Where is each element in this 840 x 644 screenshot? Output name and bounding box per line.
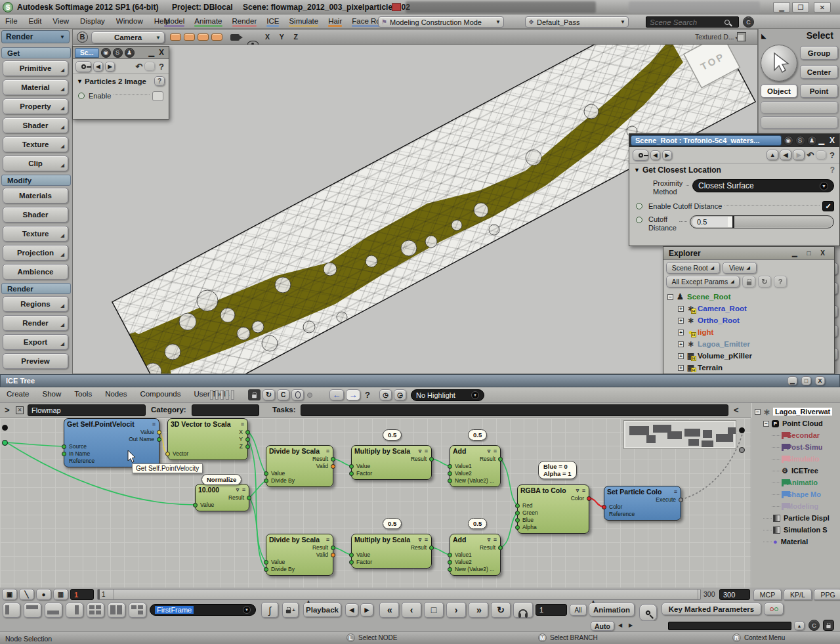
port-dot[interactable] xyxy=(448,567,452,572)
layout-preset-button[interactable] xyxy=(3,603,20,618)
playback-menu-button[interactable]: Playback xyxy=(303,603,341,617)
playhead[interactable] xyxy=(98,590,100,599)
port-dot[interactable] xyxy=(349,471,354,476)
ice-wire[interactable] xyxy=(333,547,351,555)
empty-button[interactable] xyxy=(761,116,838,129)
help-icon[interactable]: ? xyxy=(774,276,787,288)
maximize-view-icon[interactable] xyxy=(737,32,746,41)
layout-preset-button[interactable] xyxy=(87,603,104,618)
auto-key-button[interactable]: Auto xyxy=(591,621,614,631)
next-key-icon[interactable]: ▶ xyxy=(629,622,633,628)
ice-menu-compounds[interactable]: Compounds xyxy=(140,387,180,400)
port-dot[interactable] xyxy=(515,518,520,523)
graph-port-dot[interactable] xyxy=(2,440,8,446)
enable-checkbox[interactable] xyxy=(152,91,163,101)
port-dot[interactable] xyxy=(498,546,503,550)
menu-item-edit[interactable]: Edit xyxy=(29,14,42,27)
ice-tree-item-simulation-s[interactable]: Simulation S xyxy=(755,524,840,536)
node-menu-icon[interactable]: ▿ ≡ xyxy=(236,486,246,493)
tasks-field[interactable] xyxy=(301,404,728,416)
lock-plus-icon[interactable]: + xyxy=(282,602,299,618)
node-port[interactable]: Blue xyxy=(518,517,589,524)
tree-expander-icon[interactable]: + xyxy=(678,341,684,347)
port-dot[interactable] xyxy=(587,496,591,501)
graph-port-dot[interactable] xyxy=(739,427,745,433)
softimage-icon[interactable]: S xyxy=(113,48,123,58)
mouse-icon[interactable] xyxy=(291,389,304,400)
up-level-button[interactable]: ▲ xyxy=(766,150,778,160)
ppg-tab[interactable]: Sc... xyxy=(75,48,99,58)
scene-search-box[interactable] xyxy=(646,16,739,28)
user-icon[interactable]: ♟ xyxy=(807,136,817,146)
node-port[interactable]: Value2 xyxy=(450,559,500,566)
port-dot[interactable] xyxy=(448,560,452,565)
ice-tree-item-point-cloud[interactable]: −PPoint Cloud xyxy=(755,418,840,429)
ice-wire[interactable] xyxy=(248,439,266,562)
tree-expander-icon[interactable]: + xyxy=(678,353,684,359)
proximity-method-dropdown[interactable]: Closest Surface ▼ xyxy=(692,179,834,192)
node-port[interactable]: X xyxy=(168,429,247,436)
ice-node-3d-vector-to-scala[interactable]: 3D Vector to Scala≡XYZVector xyxy=(167,418,248,460)
playback-frame-field[interactable]: 1 xyxy=(536,604,567,616)
port-dot[interactable] xyxy=(247,496,251,500)
range-end-field[interactable]: 300 xyxy=(719,589,750,600)
node-port[interactable]: Alpha xyxy=(518,524,589,531)
node-port[interactable]: New (Value2) ... xyxy=(450,566,500,573)
node-menu-icon[interactable]: ≡ xyxy=(326,448,330,454)
ice-wire[interactable] xyxy=(249,481,266,498)
ice-tree-item-simulatio[interactable]: Simulatio xyxy=(755,453,840,465)
record-icon[interactable]: ◉ xyxy=(784,136,793,146)
tree-expander-icon[interactable]: + xyxy=(678,330,684,335)
node-menu-icon[interactable]: ▿ ≡ xyxy=(576,487,586,494)
clip-icon[interactable] xyxy=(144,62,155,71)
ice-tree-item-modeling[interactable]: Modeling xyxy=(755,500,840,512)
ice-tree-item-icetree[interactable]: ⚙ICETree xyxy=(755,465,840,477)
refresh-icon[interactable]: ↻ xyxy=(758,276,771,288)
node-menu-icon[interactable]: ≡ xyxy=(326,536,330,543)
ice-wire[interactable] xyxy=(248,432,266,473)
close-button[interactable]: ✕ xyxy=(814,2,831,12)
dopesheet-icon[interactable]: ▣ xyxy=(2,589,17,600)
pass-dropdown[interactable]: ❖ Default_Pass ▼ xyxy=(525,16,629,28)
viewport-camera-dropdown[interactable]: Camera ▼ xyxy=(91,32,165,43)
tab-ppg[interactable]: PPG xyxy=(814,589,840,600)
layout-preset-button[interactable] xyxy=(66,603,83,618)
port-dot[interactable] xyxy=(429,457,434,462)
node-port[interactable]: Result xyxy=(266,456,333,463)
toolbar-button-preview[interactable]: Preview xyxy=(3,353,68,369)
tree-expander-icon[interactable]: + xyxy=(678,318,684,324)
node-port[interactable]: Source xyxy=(64,443,159,450)
graph-port-dot[interactable] xyxy=(2,425,8,431)
collapse-arrow-icon[interactable]: < xyxy=(734,405,739,415)
node-menu-icon[interactable]: ≡ xyxy=(241,421,245,427)
category-field[interactable] xyxy=(192,404,259,416)
ice-node-multiply-by-scala[interactable]: Multiply by Scala▿ ≡ResultValueFactor xyxy=(351,534,432,569)
prev-button[interactable]: ◀ xyxy=(650,150,660,160)
help-icon[interactable]: ? xyxy=(159,62,164,72)
lock-icon[interactable] xyxy=(823,620,834,631)
anim-divot-icon[interactable] xyxy=(636,217,642,223)
toolbar-button-shader[interactable]: Shader xyxy=(3,207,68,223)
node-port[interactable]: Result xyxy=(450,456,500,463)
panel-corner-icon[interactable]: ◣ xyxy=(761,32,766,39)
ice-node-set-particle-colo[interactable]: Set Particle Colo≡ExecuteColorReference xyxy=(604,486,681,521)
ice-tree-item-material[interactable]: ●Material xyxy=(755,536,840,547)
port-dot[interactable] xyxy=(448,471,452,476)
lock-icon[interactable] xyxy=(742,276,755,288)
collapse-arrow-icon[interactable]: ▼ xyxy=(634,167,640,173)
help-icon[interactable]: ? xyxy=(365,390,370,400)
toolbar-button-primitive[interactable]: Primitive◢ xyxy=(3,60,68,76)
port-dot[interactable] xyxy=(448,553,452,557)
node-port[interactable]: Value xyxy=(266,470,333,477)
node-menu-icon[interactable]: ▿ ≡ xyxy=(419,448,429,454)
close-icon[interactable]: X xyxy=(830,136,835,145)
transport-step-back-button[interactable]: ‹ xyxy=(402,602,421,618)
back-button[interactable]: ◀ xyxy=(780,150,791,160)
next-button[interactable]: ▶ xyxy=(662,150,672,160)
explorer-filter-dropdown[interactable]: All Except Params◢ xyxy=(666,276,740,288)
search-icon[interactable] xyxy=(724,20,730,25)
explorer-item-camera_root[interactable]: +∗HCamera_Root xyxy=(667,303,834,314)
cutoff-value-field[interactable]: 0.5 xyxy=(692,217,728,227)
ice-wire[interactable] xyxy=(432,547,450,555)
menu-module-model[interactable]: Model xyxy=(164,14,184,27)
